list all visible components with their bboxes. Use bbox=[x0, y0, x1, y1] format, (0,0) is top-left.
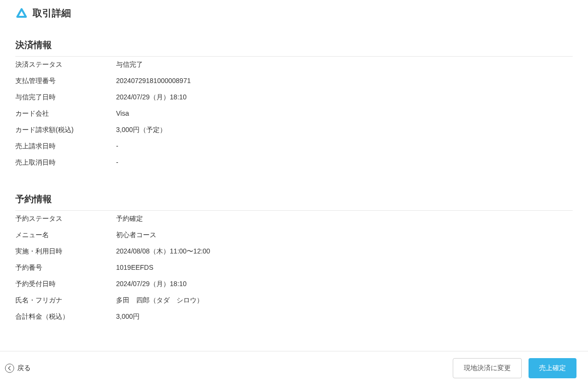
info-row: カード会社 Visa bbox=[15, 106, 573, 122]
info-row: 予約番号 1019EEFDS bbox=[15, 260, 573, 276]
name-label: 氏名・フリガナ bbox=[15, 296, 116, 305]
card-company-value: Visa bbox=[116, 109, 129, 118]
menu-name-label: メニュー名 bbox=[15, 231, 116, 240]
svg-point-0 bbox=[5, 364, 14, 373]
sales-cancel-date-label: 売上取消日時 bbox=[15, 158, 116, 167]
info-row: メニュー名 初心者コース bbox=[15, 227, 573, 243]
card-charge-label: カード請求額(税込) bbox=[15, 126, 116, 134]
reservation-accept-date-label: 予約受付日時 bbox=[15, 280, 116, 289]
reservation-accept-date-value: 2024/07/29（月）18:10 bbox=[116, 280, 187, 289]
triangle-icon bbox=[15, 7, 28, 20]
auth-complete-date-label: 与信完了日時 bbox=[15, 93, 116, 102]
page-title: 取引詳細 bbox=[33, 7, 71, 20]
reservation-number-value: 1019EEFDS bbox=[116, 264, 153, 272]
info-row: カード請求額(税込) 3,000円（予定） bbox=[15, 122, 573, 138]
usage-date-label: 実施・利用日時 bbox=[15, 247, 116, 256]
card-company-label: カード会社 bbox=[15, 109, 116, 118]
reservation-status-value: 予約確定 bbox=[116, 215, 143, 223]
sales-request-date-value: - bbox=[116, 142, 118, 151]
info-row: 実施・利用日時 2024/08/08（木）11:00〜12:00 bbox=[15, 243, 573, 260]
confirm-sales-button[interactable]: 売上確定 bbox=[529, 358, 576, 378]
info-row: 支払管理番号 20240729181000008971 bbox=[15, 73, 573, 89]
total-label: 合計料金（税込） bbox=[15, 313, 116, 321]
info-row: 予約ステータス 予約確定 bbox=[15, 211, 573, 227]
reservation-section-title: 予約情報 bbox=[15, 193, 573, 211]
sales-cancel-date-value: - bbox=[116, 158, 118, 167]
menu-name-value: 初心者コース bbox=[116, 231, 156, 240]
payment-status-value: 与信完了 bbox=[116, 60, 143, 69]
reservation-number-label: 予約番号 bbox=[15, 264, 116, 272]
info-row: 合計料金（税込） 3,000円 bbox=[15, 309, 573, 325]
usage-date-value: 2024/08/08（木）11:00〜12:00 bbox=[116, 247, 210, 256]
name-value: 多田 四郎（タダ シロウ） bbox=[116, 296, 203, 305]
info-row: 売上請求日時 - bbox=[15, 138, 573, 155]
back-link[interactable]: 戻る bbox=[5, 363, 31, 373]
page-header: 取引詳細 bbox=[15, 7, 573, 20]
payment-mgmt-number-value: 20240729181000008971 bbox=[116, 77, 191, 85]
back-label: 戻る bbox=[17, 364, 31, 373]
card-charge-value: 3,000円（予定） bbox=[116, 126, 166, 134]
info-row: 氏名・フリガナ 多田 四郎（タダ シロウ） bbox=[15, 292, 573, 309]
reservation-section: 予約情報 予約ステータス 予約確定 メニュー名 初心者コース 実施・利用日時 2… bbox=[15, 193, 573, 325]
auth-complete-date-value: 2024/07/29（月）18:10 bbox=[116, 93, 187, 102]
payment-mgmt-number-label: 支払管理番号 bbox=[15, 77, 116, 85]
info-row: 予約受付日時 2024/07/29（月）18:10 bbox=[15, 276, 573, 292]
total-value: 3,000円 bbox=[116, 313, 140, 321]
payment-section-title: 決済情報 bbox=[15, 39, 573, 57]
info-row: 決済ステータス 与信完了 bbox=[15, 57, 573, 73]
sales-request-date-label: 売上請求日時 bbox=[15, 142, 116, 151]
payment-status-label: 決済ステータス bbox=[15, 60, 116, 69]
footer: 戻る 現地決済に変更 売上確定 bbox=[0, 351, 588, 385]
back-arrow-icon bbox=[5, 363, 14, 373]
footer-buttons: 現地決済に変更 売上確定 bbox=[453, 358, 576, 378]
info-row: 売上取消日時 - bbox=[15, 155, 573, 171]
reservation-status-label: 予約ステータス bbox=[15, 215, 116, 223]
payment-section: 決済情報 決済ステータス 与信完了 支払管理番号 202407291810000… bbox=[15, 39, 573, 171]
change-to-onsite-button[interactable]: 現地決済に変更 bbox=[453, 358, 522, 378]
info-row: 与信完了日時 2024/07/29（月）18:10 bbox=[15, 89, 573, 106]
